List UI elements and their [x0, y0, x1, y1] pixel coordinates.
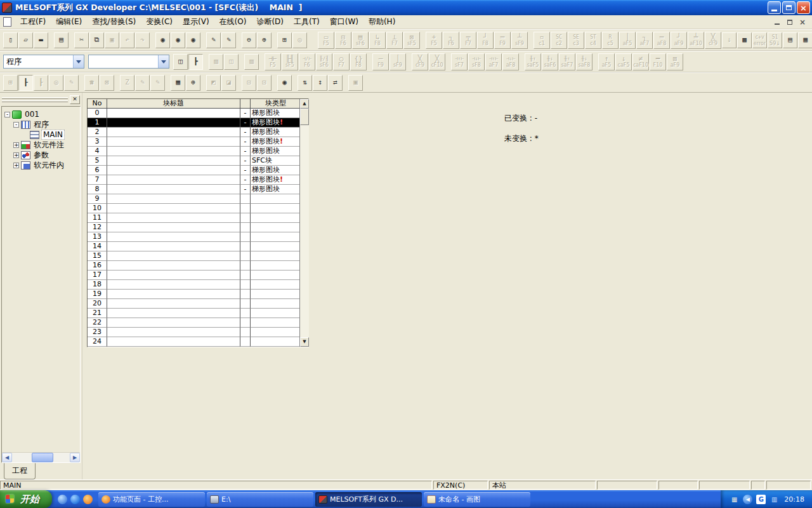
tree-item[interactable]: - 001 [3, 109, 80, 119]
toolbar-button[interactable]: ↳ F8 [369, 32, 386, 49]
hscroll-thumb[interactable] [32, 453, 53, 462]
toolbar-button[interactable]: │ sF9 [390, 53, 406, 70]
toolbar-button[interactable]: ↓ caF5 [615, 53, 632, 70]
toolbar-button[interactable]: ╧ aF10 [688, 32, 704, 49]
toolbar-button[interactable]: ┐ F6 [443, 32, 459, 49]
toolbar-button[interactable]: ▦ [798, 32, 812, 48]
menu-item[interactable]: 帮助(H) [363, 15, 400, 29]
toolbar-button[interactable]: ┠ [34, 75, 48, 91]
toolbar-button[interactable]: SE c3 [568, 32, 584, 49]
toolbar-button[interactable]: ⊟ F6 [335, 32, 351, 49]
block-select-combobox[interactable] [88, 55, 169, 69]
table-row[interactable]: 8 - 梯形图块 [88, 185, 299, 194]
toolbar-button[interactable]: ┐ aF7 [636, 32, 653, 49]
toolbar-button[interactable]: ≠ caF10 [632, 53, 649, 70]
toolbar-button[interactable]: ═ F9 [494, 32, 511, 49]
toolbar-button[interactable]: ⊣⇓⊢ aF8 [502, 53, 519, 70]
toolbar-button[interactable]: ▦ [171, 75, 185, 91]
toolbar-button[interactable]: ✎ [150, 75, 165, 91]
table-row[interactable]: 19 [88, 290, 299, 299]
menu-item[interactable]: 查找/替换(S) [87, 15, 141, 29]
toolbar-button[interactable]: ⊣⊢ F5 [265, 53, 281, 70]
toolbar-button[interactable]: ╤ F7 [460, 32, 476, 49]
toolbar-button[interactable]: ↕ [313, 75, 327, 91]
table-row[interactable]: 12 [88, 223, 299, 232]
table-row[interactable]: 6 - 梯形图块 [88, 166, 299, 175]
toolbar-button[interactable]: ╫↓ saF6 [542, 53, 558, 70]
minimize-button[interactable] [768, 1, 781, 14]
toolbar-button[interactable]: ═ aF8 [653, 32, 670, 49]
menu-item[interactable]: 变换(C) [141, 15, 178, 29]
toolbar-button[interactable]: ⊡ [257, 75, 272, 91]
tray-icon[interactable]: ▥ [769, 495, 779, 504]
toolbar-button[interactable]: ▤ sF6 [352, 32, 369, 49]
table-row[interactable]: 2 - 梯形图块 [88, 128, 299, 137]
menu-item[interactable]: 工程(F) [15, 15, 51, 29]
chevron-down-icon[interactable] [158, 55, 169, 68]
toolbar-button[interactable]: ▩ [737, 32, 752, 48]
tree-expander-icon[interactable]: - [13, 122, 19, 128]
toolbar-button[interactable]: ▭ F5 [318, 32, 334, 49]
quicklaunch-icon[interactable] [83, 495, 93, 504]
menu-item[interactable]: 编辑(E) [51, 15, 87, 29]
toolbar-button[interactable]: ⊖ [242, 32, 256, 48]
table-row[interactable]: 24 [88, 337, 299, 347]
toolbar-button[interactable]: ↷ [135, 32, 150, 48]
toolbar-button[interactable]: ╟╢ sF5 [282, 53, 298, 70]
taskbar-task-button[interactable]: 功能页面 - 工控... [98, 492, 205, 507]
toolbar-button[interactable]: ⊕ [186, 75, 200, 91]
toolbar-button[interactable]: c+v error [752, 32, 767, 48]
tree-expander-icon[interactable]: - [4, 112, 10, 117]
toolbar-button[interactable]: ▯ [3, 32, 18, 48]
toolbar-button[interactable]: ↶ [120, 32, 134, 48]
toolbar-button[interactable]: ⊠ aF9 [667, 53, 683, 70]
taskbar-task-button[interactable]: E:\ [207, 492, 313, 507]
table-row[interactable]: 11 [88, 213, 299, 223]
toolbar-button[interactable]: ◉ [155, 32, 170, 48]
toolbar-button[interactable]: ▤ [54, 32, 69, 48]
toolbar-button[interactable]: ▫ c1 [534, 32, 550, 49]
tab-project[interactable]: 工程 [4, 463, 36, 479]
toolbar-button[interactable]: ━ F10 [650, 53, 666, 70]
table-row[interactable]: 23 [88, 328, 299, 337]
toolbar-button[interactable]: ◎ [49, 75, 63, 91]
toolbar-button[interactable]: ✎ [135, 75, 150, 91]
toolbar-button[interactable]: ✎ [221, 32, 236, 48]
tree-item[interactable]: + 软元件注 [3, 140, 80, 150]
menu-item[interactable]: 工具(T) [289, 15, 325, 29]
table-row[interactable]: 17 [88, 271, 299, 280]
table-row[interactable]: 13 [88, 232, 299, 242]
table-row[interactable]: 7 - 梯形图块! [88, 175, 299, 185]
toolbar-button[interactable]: ╫⇓ saF8 [576, 53, 593, 70]
project-panel-hscrollbar[interactable]: ◀ ▶ [2, 452, 80, 462]
table-row[interactable]: 3 - 梯形图块! [88, 137, 299, 147]
toolbar-button[interactable]: ⊞ [3, 75, 18, 91]
toolbar-button[interactable]: ◫ [173, 54, 188, 70]
menu-item[interactable]: 诊断(D) [251, 15, 289, 29]
toolbar-button[interactable]: ▣ [348, 75, 363, 91]
block-list-vscrollbar[interactable]: ▲ ▼ [299, 99, 309, 347]
vscroll-thumb[interactable] [300, 109, 309, 125]
toolbar-button[interactable]: ◫ [224, 54, 239, 70]
toolbar-button[interactable]: ▬ [34, 32, 48, 48]
toolbar-button[interactable]: ◩ [206, 75, 221, 91]
tray-icon[interactable]: G [756, 495, 766, 504]
table-row[interactable]: 20 [88, 299, 299, 309]
tree-expander-icon[interactable]: + [13, 142, 19, 148]
toolbar-button[interactable]: ─ F9 [372, 53, 389, 70]
toolbar-button[interactable]: ◉ [277, 75, 292, 91]
table-row[interactable]: 5 - SFC块 [88, 156, 299, 166]
tray-icon[interactable]: ▦ [730, 495, 739, 504]
toolbar-button[interactable]: ○ F7 [333, 53, 350, 70]
table-row[interactable]: 4 - 梯形图块 [88, 147, 299, 156]
table-row[interactable]: 16 [88, 261, 299, 271]
toolbar-button[interactable]: ☎ [84, 75, 99, 91]
tray-icon[interactable]: ◀ [743, 495, 752, 504]
toolbar-button[interactable]: ┣ [188, 54, 203, 70]
tree-expander-icon[interactable]: + [13, 163, 19, 168]
toolbar-button[interactable]: ┠ [18, 75, 33, 91]
toolbar-button[interactable]: ⊞ [277, 32, 292, 48]
mdi-minimize-button[interactable] [773, 18, 782, 26]
tree-item[interactable]: MAIN [3, 130, 80, 140]
toolbar-button[interactable]: ✎ [64, 75, 79, 91]
